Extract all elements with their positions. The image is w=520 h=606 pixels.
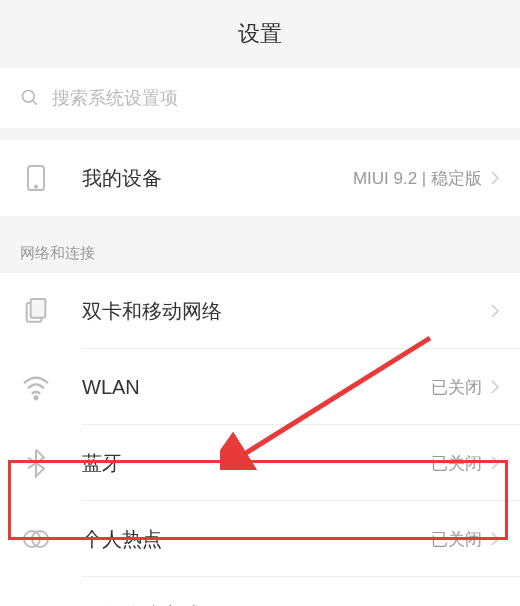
hotspot-icon bbox=[20, 523, 52, 555]
list-item-hotspot[interactable]: 个人热点 已关闭 bbox=[0, 501, 520, 577]
item-value: 已关闭 bbox=[431, 376, 482, 399]
item-value: 已关闭 bbox=[431, 528, 482, 551]
svg-point-3 bbox=[35, 186, 37, 188]
svg-rect-5 bbox=[31, 299, 46, 318]
list-item-my-device[interactable]: 我的设备 MIUI 9.2 | 稳定版 bbox=[0, 140, 520, 216]
page-title: 设置 bbox=[238, 19, 282, 49]
header: 设置 bbox=[0, 0, 520, 68]
list-item-dual-sim[interactable]: 双卡和移动网络 bbox=[0, 273, 520, 349]
chevron-right-icon bbox=[490, 455, 500, 471]
list-item-bluetooth[interactable]: 蓝牙 已关闭 bbox=[0, 425, 520, 501]
chevron-right-icon bbox=[490, 303, 500, 319]
chevron-right-icon bbox=[490, 531, 500, 547]
search-icon bbox=[20, 88, 40, 108]
svg-point-6 bbox=[35, 396, 38, 399]
search-bar[interactable]: 搜索系统设置项 bbox=[0, 68, 520, 128]
item-label: 我的设备 bbox=[82, 165, 353, 192]
item-label: 蓝牙 bbox=[82, 450, 431, 477]
section-device: 我的设备 MIUI 9.2 | 稳定版 bbox=[0, 140, 520, 216]
list-item-more-connections[interactable]: 更多连接方式 bbox=[0, 577, 520, 606]
item-value: MIUI 9.2 | 稳定版 bbox=[353, 167, 482, 190]
bluetooth-icon bbox=[20, 447, 52, 479]
chevron-right-icon bbox=[490, 170, 500, 186]
list-item-wlan[interactable]: WLAN 已关闭 bbox=[0, 349, 520, 425]
link-icon bbox=[20, 599, 52, 606]
item-value: 已关闭 bbox=[431, 452, 482, 475]
search-placeholder: 搜索系统设置项 bbox=[52, 86, 178, 110]
chevron-right-icon bbox=[490, 379, 500, 395]
item-label: 双卡和移动网络 bbox=[82, 298, 482, 325]
svg-line-1 bbox=[33, 101, 37, 105]
section-header-network: 网络和连接 bbox=[0, 228, 520, 273]
item-label: 个人热点 bbox=[82, 526, 431, 553]
device-icon bbox=[20, 162, 52, 194]
item-label: 更多连接方式 bbox=[82, 602, 482, 607]
sim-icon bbox=[20, 295, 52, 327]
section-network: 双卡和移动网络 WLAN 已关闭 bbox=[0, 273, 520, 606]
svg-point-0 bbox=[23, 91, 35, 103]
wifi-icon bbox=[20, 371, 52, 403]
item-label: WLAN bbox=[82, 376, 431, 399]
